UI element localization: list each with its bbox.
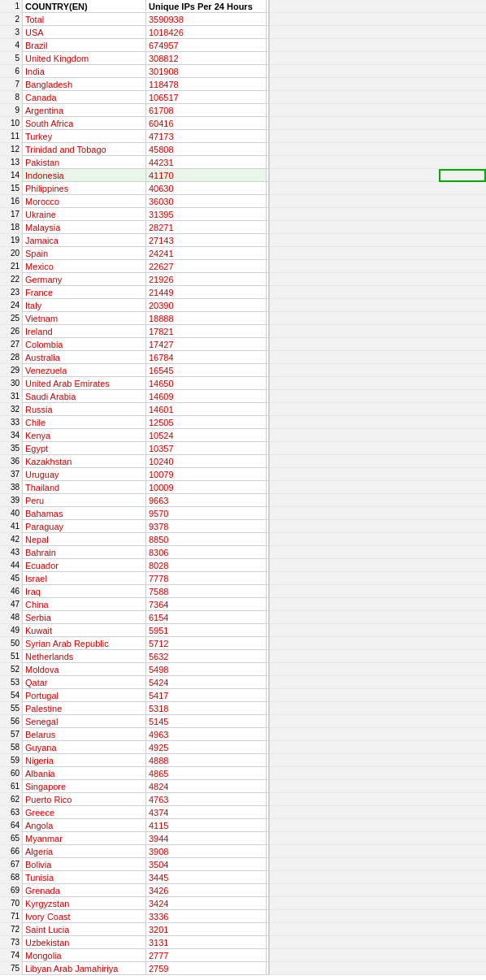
table-row[interactable]: Guyana4925	[23, 741, 269, 754]
table-row[interactable]: Bahamas9570	[23, 507, 269, 520]
table-row[interactable]: Pakistan44231	[23, 156, 269, 169]
table-row[interactable]: Uruguay10079	[23, 468, 269, 481]
row-number-26: 26	[0, 325, 22, 338]
table-row[interactable]: Chile12505	[23, 416, 269, 429]
table-row[interactable]: Algeria3908	[23, 845, 269, 858]
table-row[interactable]: Jamaica27143	[23, 234, 269, 247]
spreadsheet-table: COUNTRY(EN)Unique IPs Per 24 HoursTotal3…	[23, 0, 269, 975]
table-row[interactable]: France21449	[23, 286, 269, 299]
table-row[interactable]: Ecuador8028	[23, 559, 269, 572]
table-row[interactable]: Turkey47173	[23, 130, 269, 143]
right-cell	[270, 325, 486, 338]
ips-cell: 10357	[146, 442, 267, 454]
table-row[interactable]: Saudi Arabia14609	[23, 390, 269, 403]
table-row[interactable]: Venezuela16545	[23, 364, 269, 377]
ips-cell: 45808	[146, 143, 267, 155]
table-row[interactable]: Nepal8850	[23, 533, 269, 546]
table-row[interactable]: Mongolia2777	[23, 949, 269, 962]
table-row[interactable]: Vietnam18888	[23, 312, 269, 325]
table-row[interactable]: Morocco36030	[23, 195, 269, 208]
right-cell	[270, 949, 486, 962]
ips-cell: 9378	[146, 520, 267, 532]
table-row[interactable]: Serbia6154	[23, 611, 269, 624]
table-row[interactable]: Israel7778	[23, 572, 269, 585]
country-cell: Venezuela	[23, 364, 146, 376]
table-row[interactable]: United Arab Emirates14650	[23, 377, 269, 390]
table-row[interactable]: Kenya10524	[23, 429, 269, 442]
table-row[interactable]: Iraq7588	[23, 585, 269, 598]
row-number-72: 72	[0, 923, 22, 936]
table-row[interactable]: Puerto Rico4763	[23, 793, 269, 806]
table-row[interactable]: Palestine5318	[23, 702, 269, 715]
table-row[interactable]: Trinidad and Tobago45808	[23, 143, 269, 156]
table-row[interactable]: Malaysia28271	[23, 221, 269, 234]
right-cell	[270, 754, 486, 767]
table-row[interactable]: Bahrain8306	[23, 546, 269, 559]
row-number-12: 12	[0, 143, 22, 156]
table-row[interactable]: Indonesia41170	[23, 169, 269, 182]
ips-cell: 5632	[146, 650, 267, 662]
table-row[interactable]: China7364	[23, 598, 269, 611]
table-row[interactable]: Kyrgyzstan3424	[23, 897, 269, 910]
country-cell: Nepal	[23, 533, 146, 545]
table-row[interactable]: Moldova5498	[23, 663, 269, 676]
table-row[interactable]: COUNTRY(EN)Unique IPs Per 24 Hours	[23, 0, 269, 13]
table-row[interactable]: Peru9663	[23, 494, 269, 507]
table-row[interactable]: Singapore4824	[23, 780, 269, 793]
right-cell	[270, 546, 486, 559]
table-row[interactable]: Spain24241	[23, 247, 269, 260]
row-number-51: 51	[0, 650, 22, 663]
table-row[interactable]: Libyan Arab Jamahiriya2759	[23, 962, 269, 975]
table-row[interactable]: Australia16784	[23, 351, 269, 364]
table-row[interactable]: Kuwait5951	[23, 624, 269, 637]
table-row[interactable]: Egypt10357	[23, 442, 269, 455]
table-row[interactable]: Myanmar3944	[23, 832, 269, 845]
table-row[interactable]: Kazakhstan10240	[23, 455, 269, 468]
row-number-11: 11	[0, 130, 22, 143]
table-row[interactable]: Grenada3426	[23, 884, 269, 897]
table-row[interactable]: Italy20390	[23, 299, 269, 312]
table-row[interactable]: Philippines40630	[23, 182, 269, 195]
table-row[interactable]: Tunisia3445	[23, 871, 269, 884]
table-row[interactable]: Saint Lucia3201	[23, 923, 269, 936]
table-row[interactable]: Qatar5424	[23, 676, 269, 689]
table-row[interactable]: Uzbekistan3131	[23, 936, 269, 949]
table-row[interactable]: Angola4115	[23, 819, 269, 832]
table-row[interactable]: United Kingdom308812	[23, 52, 269, 65]
table-row[interactable]: Ireland17821	[23, 325, 269, 338]
table-row[interactable]: Portugal5417	[23, 689, 269, 702]
table-row[interactable]: Bolivia3504	[23, 858, 269, 871]
table-row[interactable]: Brazil674957	[23, 39, 269, 52]
table-row[interactable]: Germany21926	[23, 273, 269, 286]
table-row[interactable]: Ivory Coast3336	[23, 910, 269, 923]
table-row[interactable]: Nigeria4888	[23, 754, 269, 767]
table-row[interactable]: India301908	[23, 65, 269, 78]
ips-cell: 22627	[146, 260, 267, 272]
table-row[interactable]: Greece4374	[23, 806, 269, 819]
row-number-37: 37	[0, 468, 22, 481]
row-number-54: 54	[0, 689, 22, 702]
right-cell	[270, 130, 486, 143]
table-row[interactable]: Albania4865	[23, 767, 269, 780]
table-row[interactable]: Bangladesh118478	[23, 78, 269, 91]
table-row[interactable]: Thailand10009	[23, 481, 269, 494]
ips-cell: 2777	[146, 949, 267, 961]
table-row[interactable]: Argentina61708	[23, 104, 269, 117]
table-row[interactable]: Netherlands5632	[23, 650, 269, 663]
table-row[interactable]: South Africa60416	[23, 117, 269, 130]
table-row[interactable]: Ukraine31395	[23, 208, 269, 221]
table-row[interactable]: Senegal5145	[23, 715, 269, 728]
ips-cell: 4925	[146, 741, 267, 753]
table-row[interactable]: Total3590938	[23, 13, 269, 26]
table-row[interactable]: Russia14601	[23, 403, 269, 416]
table-row[interactable]: Colombia17427	[23, 338, 269, 351]
table-row[interactable]: Belarus4963	[23, 728, 269, 741]
table-row[interactable]: Paraguay9378	[23, 520, 269, 533]
table-row[interactable]: Mexico22627	[23, 260, 269, 273]
ips-cell: 9570	[146, 507, 267, 519]
ips-cell: 5145	[146, 715, 267, 727]
table-row[interactable]: Canada106517	[23, 91, 269, 104]
ips-cell: 7778	[146, 572, 267, 584]
table-row[interactable]: USA1018426	[23, 26, 269, 39]
table-row[interactable]: Syrian Arab Republic5712	[23, 637, 269, 650]
